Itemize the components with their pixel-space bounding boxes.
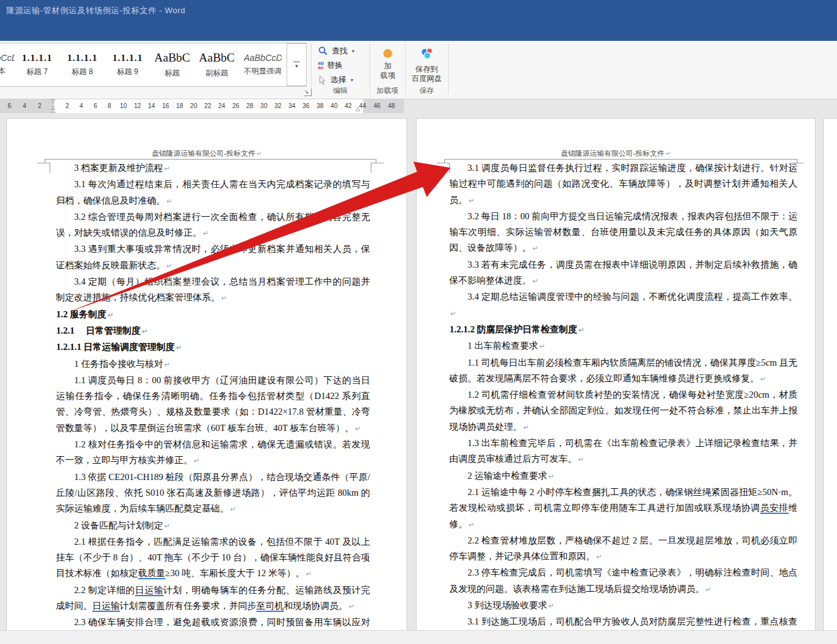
baidu-netdisk-icon: [418, 46, 435, 61]
paragraph: 1.2 司机需仔细检查管材间软质衬垫的安装情况，确保每处衬垫宽度≥20cm，材质…: [449, 387, 797, 435]
editing-group-label: 编辑: [311, 86, 369, 96]
style-label: 标题 8: [72, 67, 93, 77]
ruler-number: 30: [260, 102, 267, 109]
ruler-number: 6: [94, 102, 97, 109]
style-gallery-item[interactable]: AaBbCcDdE文本: [0, 43, 14, 86]
style-label: 标题 9: [117, 67, 138, 77]
paragraph: 3 档案更新及维护流程↵: [56, 160, 370, 177]
paragraph-mark: ↵: [523, 423, 529, 432]
paragraph: 2.2 检查管材堆放层数，严格确保不超过 2 层。一旦发现超层堆放，司机必须立即…: [449, 533, 797, 565]
paragraph-mark: ↵: [142, 327, 148, 336]
margin-crop-mark: [437, 163, 450, 173]
save-to-baidu-button[interactable]: 保存到 百度网盘: [407, 44, 446, 92]
ruler-number: 42: [344, 102, 351, 109]
first-line-indent-marker[interactable]: ▽: [51, 99, 55, 104]
paragraph: 1.1 调度员每日 8：00 前接收甲方（辽河油田建设有限公司）下达的当日运输任…: [56, 373, 370, 437]
paragraph-mark: ↵: [176, 344, 182, 352]
find-button[interactable]: 查找 ▾: [318, 44, 354, 58]
paragraph: 3.4 定期（每月）组织档案整理会议，总结当月档案管理工作中的问题并制定改进措施…: [56, 274, 370, 307]
ruler-right-margin: [363, 99, 404, 113]
paragraph-mark: ↵: [760, 375, 766, 383]
style-gallery-item[interactable]: 1.1.1.1标题 8: [60, 43, 105, 86]
page-left[interactable]: 盘锦隆源运输有限公司-投标文件↵ 3 档案更新及维护流程↵3.1 每次沟通过程结…: [6, 118, 407, 630]
style-gallery-item[interactable]: AaBbCcD不明显强调: [239, 43, 286, 86]
paragraph-mark: ↵: [221, 294, 227, 302]
paragraph-mark: ↵: [579, 326, 584, 334]
paragraph: 3.4 定期总结运输调度管理中的经验与问题，不断优化调度流程，提高工作效率。↵: [449, 289, 797, 322]
paragraph: 1.3 出车前检查完毕后，司机需在《出车前检查记录表》上详细记录检查结果，并由调…: [449, 435, 797, 468]
paragraph-mark: ↵: [194, 457, 200, 465]
grammar-underlined-text: 员安排: [760, 503, 789, 514]
paragraph: 3 到达现场验收要求↵: [449, 598, 797, 614]
paragraph-mark: ↵: [469, 197, 474, 205]
select-label: 选择: [331, 75, 346, 85]
paragraph-mark: ↵: [549, 602, 554, 610]
page-header: 盘锦隆源运输有限公司-投标文件↵: [417, 149, 815, 158]
ruler-number: 20: [190, 102, 197, 109]
replace-icon: ab ac: [318, 61, 324, 70]
heading-paragraph: .2.1.2 服务制度↵: [56, 307, 370, 323]
style-gallery[interactable]: AaBbCcDdE文本1.1.1.1标题 71.1.1.1标题 81.1.1.1…: [0, 43, 307, 87]
paragraph-mark: ↵: [203, 229, 209, 237]
addins-group-label: 加载项: [369, 86, 405, 96]
ruler-number: 26: [232, 102, 239, 109]
paragraph-mark: ↵: [164, 522, 170, 530]
paragraph-mark: ↵: [578, 456, 584, 464]
heading-paragraph: .2.1.2.1.1 日常运输调度管理制度↵: [56, 339, 370, 356]
addins-button-label: 加 载项: [380, 62, 395, 80]
style-label: 文本: [0, 66, 6, 77]
ruler-number: 28: [246, 102, 253, 109]
page-right-content[interactable]: 3.1 调度员每日监督任务执行过程，实时跟踪运输进度，确保按计划进行。针对运输过…: [449, 160, 797, 629]
paragraph: 3.1 到达施工现场后，司机配合甲方验收人员对防腐层完整性进行检查，重点核查管材…: [449, 614, 797, 629]
dialog-launcher-icon[interactable]: ↘: [304, 89, 312, 96]
page-next-sliver[interactable]: [823, 118, 837, 630]
title-bar: 隆源运输-管材倒运及转场倒运-投标文件 - Word: [0, 0, 837, 41]
select-button[interactable]: 选择 ▾: [318, 73, 353, 87]
style-gallery-item[interactable]: 1.1.1.1标题 7: [14, 43, 60, 86]
style-gallery-item[interactable]: AaBbC副标题: [194, 43, 239, 86]
style-label: 标题: [165, 68, 180, 79]
ruler-number: 6: [8, 102, 11, 109]
paragraph-mark: ↵: [533, 277, 539, 285]
style-preview: AaBbCcD: [244, 53, 282, 63]
style-gallery-more-button[interactable]: ▾: [287, 43, 307, 86]
save-button-label: 保存到 百度网盘: [412, 65, 442, 84]
addins-button[interactable]: 加 载项: [368, 44, 407, 92]
style-preview: AaBbCcDdE: [0, 53, 14, 63]
grammar-underlined-text: 日运输: [92, 601, 120, 612]
replace-button[interactable]: ab ac 替换: [318, 58, 342, 72]
paragraph-mark: ↵: [549, 472, 554, 481]
horizontal-ruler[interactable]: ▽ △ ▭ △ 64224681012141618202224262830323…: [0, 99, 837, 113]
status-bar: [0, 630, 837, 644]
style-gallery-item[interactable]: 1.1.1.1标题 9: [105, 43, 150, 86]
paragraph: 2.3 确保车辆安排合理，避免超载或资源浪费，同时预留备用车辆以应对突发情况。↵: [56, 614, 370, 629]
paragraph-mark: ↵: [533, 244, 539, 253]
paragraph-mark: ↵: [167, 197, 172, 205]
paragraph-mark: ↵: [355, 425, 361, 433]
paragraph: 2.2 制定详细的日运输计划，明确每辆车的任务分配、运输路线及预计完成时间。日运…: [56, 582, 370, 615]
style-gallery-item[interactable]: AaBbC标题: [150, 43, 194, 86]
ruler-number: 10: [120, 102, 127, 109]
paragraph-mark: ↵: [469, 521, 474, 529]
style-preview: AaBbC: [199, 51, 235, 65]
header-rule: [444, 159, 797, 160]
paragraph: 1.3 依据 CE201-CH189 桩段（阳原县分界点），结合现场交通条件（平…: [56, 469, 370, 518]
page-left-content[interactable]: 3 档案更新及维护流程↵3.1 每次沟通过程结束后，相关责任人需在当天内完成档案…: [56, 160, 370, 629]
paragraph: 1.1 司机每日出车前必须检查车厢内软质隔离层的铺设情况，确保其厚度≥5cm 且…: [449, 355, 797, 388]
paragraph-mark: ↵: [231, 505, 236, 513]
addin-dot-icon: [383, 49, 392, 58]
window-title: 隆源运输-管材倒运及转场倒运-投标文件 - Word: [6, 5, 185, 16]
paragraph-mark: ↵: [596, 553, 602, 561]
ruler-number: 38: [317, 102, 324, 109]
paragraph: 3.2 每日 18：00 前向甲方提交当日运输完成情况报表，报表内容包括但不限于…: [449, 209, 797, 257]
ribbon: AaBbCcDdE文本1.1.1.1标题 71.1.1.1标题 81.1.1.1…: [0, 41, 837, 99]
page-right[interactable]: 盘锦隆源运输有限公司-投标文件↵ 3.1 调度员每日监督任务执行过程，实时跟踪运…: [416, 118, 816, 630]
paragraph-mark: ↵: [167, 262, 172, 270]
paragraph: 2 运输途中检查要求↵: [449, 468, 797, 484]
paragraph: 3.1 每次沟通过程结束后，相关责任人需在当天内完成档案记录的填写与归档，确保信…: [56, 177, 370, 209]
style-label: 副标题: [205, 68, 228, 79]
search-icon: [318, 46, 328, 56]
ruler-number: 2: [65, 102, 69, 109]
grammar-underlined-text: 日运输: [135, 585, 163, 596]
ruler-number: 48: [388, 102, 395, 109]
